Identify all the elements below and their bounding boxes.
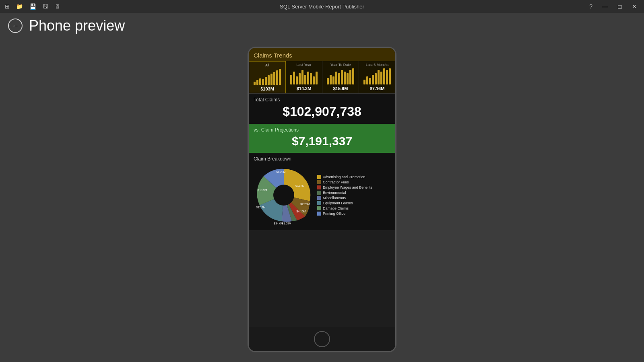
save-icon[interactable]: 💾 — [29, 3, 36, 10]
filter-all[interactable]: All $103M — [249, 61, 286, 93]
label-misc: $1.59M — [282, 222, 291, 225]
legend-misc: Miscellaneous — [317, 196, 372, 200]
monitor-icon[interactable]: 🖥 — [55, 3, 60, 10]
legend-label-printing: Printing Office — [323, 212, 345, 216]
legend-equipment: Equipment Leases — [317, 201, 372, 205]
legend-color-employee — [317, 185, 321, 189]
mini-chart-all — [253, 68, 282, 86]
label-employee: $4.16M — [296, 210, 306, 213]
legend-label-employee: Employee Wages and Benefits — [323, 185, 372, 189]
filter-last-year[interactable]: Last Year $14.3M — [286, 61, 322, 93]
mini-chart-ytd — [326, 68, 355, 85]
legend-advertising: Advertising and Promotion — [317, 175, 372, 179]
legend-label-contractor: Contractor Fees — [323, 180, 349, 184]
back-arrow-icon: ← — [12, 22, 19, 30]
legend-label-equipment: Equipment Leases — [323, 201, 353, 205]
title-bar: ⊞ 📁 💾 🖫 🖥 SQL Server Mobile Report Publi… — [0, 0, 644, 13]
window-controls: ? — ◻ ✕ — [587, 2, 639, 10]
legend-color-environmental — [317, 191, 321, 195]
total-claims-value: $102,907,738 — [254, 104, 390, 119]
claims-trends-header: Claims Trends — [249, 48, 395, 61]
mini-chart-6months — [363, 68, 392, 85]
legend-color-contractor — [317, 180, 321, 184]
toolbar-icons: ⊞ 📁 💾 🖫 🖥 — [5, 3, 60, 10]
label-equipment: $12.7M — [256, 206, 266, 209]
legend-color-misc — [317, 196, 321, 200]
filter-6months-value: $7.16M — [370, 86, 385, 91]
filter-last-year-value: $14.3M — [297, 86, 312, 91]
filter-ytd-value: $15.9M — [333, 86, 348, 91]
app-title: SQL Server Mobile Report Publisher — [280, 4, 364, 10]
restore-button[interactable]: ◻ — [615, 2, 625, 10]
legend-damage: Damage Claims — [317, 206, 372, 210]
legend-environmental: Environmental — [317, 191, 372, 195]
page-header: ← Phone preview — [0, 13, 644, 39]
legend-label-damage: Damage Claims — [323, 206, 349, 210]
legend-label-misc: Miscellaneous — [323, 196, 346, 200]
save-as-icon[interactable]: 🖫 — [43, 3, 48, 10]
filter-all-value: $103M — [260, 86, 274, 91]
phone-frame: Claims Trends All — [248, 47, 396, 352]
total-claims-label: Total Claims — [254, 97, 390, 103]
projections-value: $7,191,337 — [254, 134, 390, 148]
mini-chart-last-year — [289, 68, 318, 85]
breakdown-section: Claim Breakdown — [249, 153, 395, 230]
projections-label: vs. Claim Projections — [254, 127, 390, 133]
main-content: Claims Trends All — [0, 39, 644, 352]
legend-color-equipment — [317, 201, 321, 205]
legend-color-damage — [317, 206, 321, 210]
pie-legend: Advertising and Promotion Contractor Fee… — [317, 175, 372, 216]
legend-label-advertising: Advertising and Promotion — [323, 175, 365, 179]
pie-svg: $24.0M $4.28M $19.9M $34.0M $12.7M $1.59… — [254, 165, 314, 225]
back-button[interactable]: ← — [8, 19, 23, 33]
label-contractor: $4.28M — [276, 171, 286, 173]
phone-screen[interactable]: Claims Trends All — [249, 48, 395, 327]
legend-color-printing — [317, 212, 321, 216]
projections-section: vs. Claim Projections $7,191,337 — [249, 124, 395, 153]
grid-icon[interactable]: ⊞ — [5, 3, 10, 10]
legend-color-advertising — [317, 175, 321, 179]
label-damage: $19.9M — [258, 189, 267, 191]
pie-chart: $24.0M $4.28M $19.9M $34.0M $12.7M $1.59… — [254, 165, 314, 225]
phone-bottom — [249, 327, 395, 351]
claims-trends-title: Claims Trends — [254, 52, 292, 59]
breakdown-content: $24.0M $4.28M $19.9M $34.0M $12.7M $1.59… — [254, 165, 390, 225]
filter-6months-label: Last 6 Months — [366, 63, 389, 67]
page-title: Phone preview — [29, 17, 125, 34]
breakdown-label: Claim Breakdown — [254, 156, 390, 162]
legend-employee: Employee Wages and Benefits — [317, 185, 372, 189]
filter-last-year-label: Last Year — [296, 63, 312, 67]
label-advertising: $24.0M — [295, 185, 305, 187]
legend-label-environmental: Environmental — [323, 191, 346, 195]
filter-ytd[interactable]: Year To Date $15.9M — [322, 61, 359, 93]
minimize-button[interactable]: — — [600, 2, 610, 10]
total-claims-section: Total Claims $102,907,738 — [249, 94, 395, 124]
legend-contractor: Contractor Fees — [317, 180, 372, 184]
close-button[interactable]: ✕ — [630, 2, 639, 10]
folder-icon[interactable]: 📁 — [16, 3, 23, 10]
home-button[interactable] — [314, 331, 330, 347]
filter-all-label: All — [265, 63, 269, 67]
pie-hole — [273, 185, 294, 206]
time-filters: All $103M — [249, 61, 395, 94]
label-enviro: $2.29M — [300, 203, 310, 206]
help-button[interactable]: ? — [587, 2, 595, 10]
filter-ytd-label: Year To Date — [330, 63, 351, 67]
filter-6months[interactable]: Last 6 Months $7.16M — [359, 61, 395, 93]
legend-printing: Printing Office — [317, 212, 372, 216]
